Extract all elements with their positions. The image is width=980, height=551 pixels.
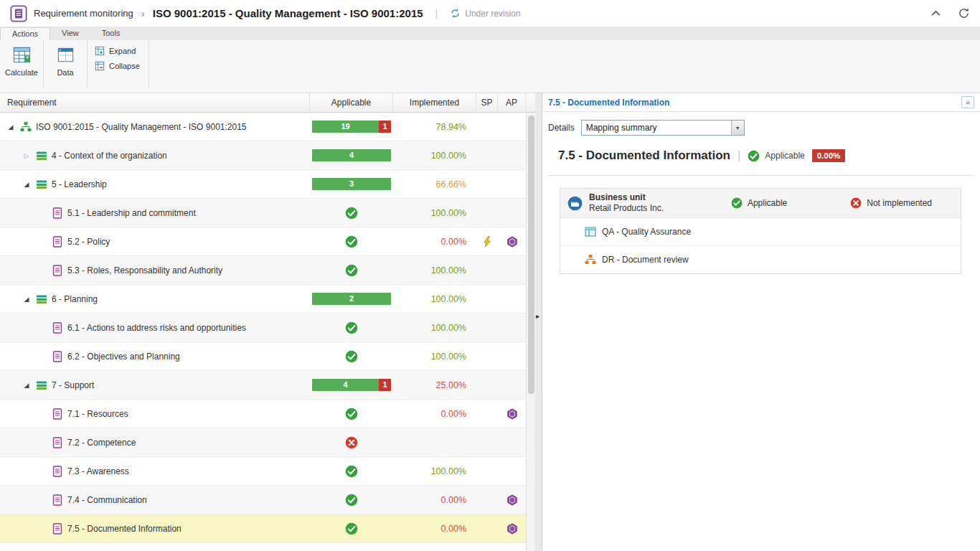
table-row[interactable]: ▷4 - Context of the organization4100.00%: [0, 141, 535, 170]
column-header-ap[interactable]: AP: [498, 93, 526, 112]
not-applicable-cross-icon: [345, 436, 358, 449]
applicable-check-icon: [345, 207, 358, 220]
business-unit-name: Retail Products Inc.: [589, 203, 664, 214]
implemented-value: 0.00%: [393, 409, 476, 419]
requirement-label: 7.1 - Resources: [67, 409, 128, 419]
data-label: Data: [57, 68, 73, 77]
tree-collapse-toggle-icon[interactable]: ◢: [22, 181, 32, 188]
requirement-cell: 7.2 - Competence: [0, 437, 310, 448]
tree-collapse-toggle-icon[interactable]: ◢: [22, 296, 32, 303]
requirement-cell: ▷4 - Context of the organization: [0, 150, 310, 161]
table-row[interactable]: 7.1 - Resources0.00%: [0, 400, 535, 428]
column-header-requirement[interactable]: Requirement: [0, 93, 310, 112]
refresh-icon[interactable]: [958, 7, 970, 19]
expand-icon: [95, 46, 105, 56]
table-row[interactable]: 5.1 - Leadership and commitment100.00%: [0, 199, 535, 227]
applicable-cell: 191: [310, 121, 393, 133]
implemented-value: 100.00%: [393, 352, 476, 362]
table-row[interactable]: ◢6 - Planning2100.00%: [0, 285, 535, 314]
requirement-cell: 7.4 - Communication: [0, 494, 310, 506]
menu-tab-view[interactable]: View: [50, 27, 90, 40]
business-unit-type-label: Business unit: [589, 192, 664, 203]
scrollbar-thumb[interactable]: [528, 116, 534, 394]
requirement-label: ISO 9001:2015 - Quality Management - ISO…: [36, 122, 247, 132]
vertical-scrollbar[interactable]: [526, 113, 535, 551]
applicable-status: Applicable: [731, 197, 787, 209]
implemented-value: 100.00%: [393, 294, 476, 304]
panel-expand-button[interactable]: »: [961, 96, 974, 108]
tree-expand-toggle-icon[interactable]: ▷: [22, 152, 32, 159]
list-item[interactable]: DR - Document review: [560, 246, 961, 273]
details-view-dropdown[interactable]: Mapping summary ▼: [581, 120, 745, 136]
tree-collapse-toggle-icon[interactable]: ◢: [22, 382, 32, 389]
document-icon: [52, 236, 63, 248]
column-header-implemented[interactable]: Implemented: [393, 93, 476, 112]
applicable-label: Applicable: [765, 151, 804, 161]
applicable-count-bar: 2: [312, 293, 391, 305]
ap-hexagon-icon: [507, 523, 518, 534]
implemented-value: 0.00%: [393, 237, 476, 247]
table-row[interactable]: ◢7 - Support4125.00%: [0, 371, 535, 400]
requirement-label: 5.2 - Policy: [67, 237, 110, 247]
calculate-button[interactable]: Calculate: [1, 40, 42, 77]
not-implemented-status-label: Not implemented: [867, 198, 932, 208]
expand-label: Expand: [109, 47, 136, 55]
menubar: Actions View Tools: [0, 27, 980, 40]
business-unit-items: QA - Quality AssuranceDR - Document revi…: [560, 218, 961, 273]
table-row[interactable]: 5.2 - Policy0.00%: [0, 227, 535, 256]
requirement-label: 4 - Context of the organization: [52, 151, 167, 161]
dropdown-selected-value: Mapping summary: [582, 121, 731, 135]
table-row[interactable]: ◢5 - Leadership366.66%: [0, 170, 535, 199]
requirement-label: 7 - Support: [52, 380, 94, 390]
table-row[interactable]: ◢ISO 9001:2015 - Quality Management - IS…: [0, 113, 535, 141]
requirement-cell: 5.2 - Policy: [0, 236, 310, 248]
requirement-heading-row: 7.5 - Documented Information | Applicabl…: [542, 136, 980, 163]
implemented-value: 25.00%: [393, 380, 476, 390]
tree-collapse-toggle-icon[interactable]: ◢: [6, 123, 16, 131]
table-row[interactable]: 7.3 - Awareness100.00%: [0, 457, 535, 486]
table-row[interactable]: 7.2 - Competence: [0, 428, 535, 457]
menu-tab-actions[interactable]: Actions: [0, 27, 50, 40]
list-item[interactable]: QA - Quality Assurance: [560, 218, 961, 246]
document-icon: [52, 207, 63, 219]
applicable-check-icon: [345, 522, 358, 535]
table-row[interactable]: 6.1 - Actions to address risks and oppor…: [0, 314, 535, 342]
requirement-label: 6 - Planning: [52, 294, 98, 304]
requirement-cell: 5.1 - Leadership and commitment: [0, 207, 310, 219]
category-icon: [36, 179, 47, 190]
ap-hexagon-icon: [507, 408, 518, 420]
table-row[interactable]: 7.4 - Communication0.00%: [0, 486, 535, 514]
requirement-label: 7.5 - Documented Information: [67, 524, 182, 534]
document-icon: [52, 437, 63, 448]
heading-divider: [548, 175, 974, 176]
collapse-ribbon-icon[interactable]: [930, 7, 942, 19]
expand-button[interactable]: Expand: [95, 46, 140, 56]
applicable-check-icon: [731, 197, 743, 209]
splitter-arrow-icon[interactable]: ▸: [536, 312, 540, 320]
requirement-label: 5.1 - Leadership and commitment: [67, 208, 196, 218]
applicable-count-bar: 191: [312, 121, 391, 133]
implemented-value: 100.00%: [393, 151, 476, 161]
implemented-value: 0.00%: [393, 524, 476, 534]
document-icon: [52, 265, 63, 276]
column-header-sp[interactable]: SP: [476, 93, 498, 112]
document-icon: [52, 494, 63, 506]
document-icon: [52, 523, 63, 534]
data-button[interactable]: Data: [45, 40, 85, 77]
table-row[interactable]: 7.5 - Documented Information0.00%: [0, 514, 535, 543]
requirement-label: 7.2 - Competence: [67, 438, 136, 448]
business-unit-names: Business unit Retail Products Inc.: [589, 192, 664, 214]
applicable-count: 3: [312, 178, 391, 190]
requirement-cell: ◢ISO 9001:2015 - Quality Management - IS…: [0, 121, 310, 133]
column-header-applicable[interactable]: Applicable: [310, 93, 393, 112]
panel-splitter[interactable]: ▸: [535, 93, 542, 551]
table-row[interactable]: 6.2 - Objectives and Planning100.00%: [0, 342, 535, 371]
table-row[interactable]: 5.3 - Roles, Responsability and Authorit…: [0, 256, 535, 285]
collapse-button[interactable]: Collapse: [95, 61, 140, 71]
requirement-cell: 7.1 - Resources: [0, 408, 310, 420]
applicable-count: 19: [312, 121, 379, 133]
implemented-value: 100.00%: [393, 265, 476, 276]
dropdown-arrow-icon[interactable]: ▼: [731, 121, 744, 135]
menu-tab-tools[interactable]: Tools: [90, 27, 132, 40]
calculate-icon: [12, 45, 32, 65]
